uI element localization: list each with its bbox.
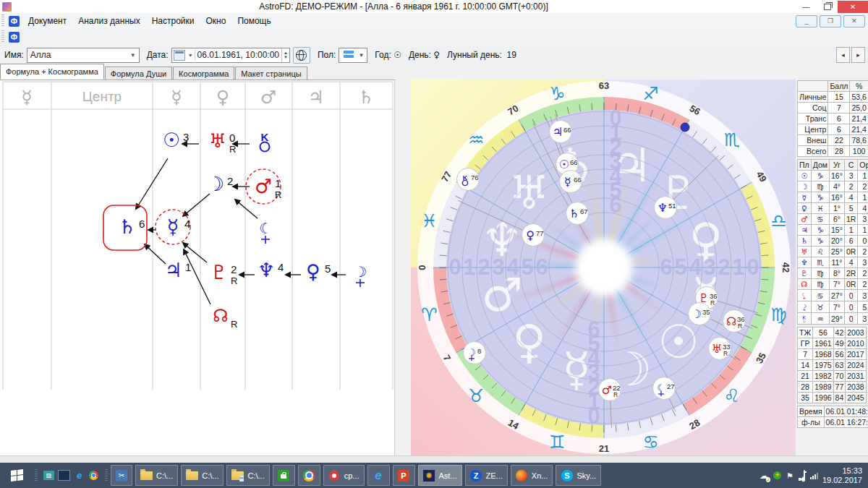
tray-flag[interactable]: ⚑: [786, 471, 793, 481]
sign-libra: ♎: [770, 210, 786, 231]
tab-Формула Души[interactable]: Формула Души: [105, 67, 172, 80]
wheel-badge-mercury[interactable]: ☿66: [560, 171, 582, 193]
tab-Космограмма[interactable]: Космограмма: [173, 67, 234, 80]
years-row: 141975632024: [798, 360, 867, 371]
child-close-button[interactable]: ✕: [843, 15, 865, 27]
score-table: Балл%Личные1553,6Соц725,0Транс621,4Центр…: [797, 80, 868, 157]
date-picker[interactable]: ▼ 06.01.1961, 10:00:00 ▲▼: [171, 48, 290, 63]
planet-table: ПлДомУгСОр☉♑16°31☽♍4°22☿♑16°41♀♓1°54♂♋6°…: [797, 159, 868, 325]
tray-power[interactable]: [804, 471, 805, 481]
taskbar-windows-store[interactable]: [273, 465, 295, 486]
taskbar-skype[interactable]: SSky...: [556, 465, 601, 486]
taskbar-label: C:\...: [156, 471, 173, 480]
menu-Документ[interactable]: Документ: [22, 14, 72, 28]
taskbar-chrome[interactable]: [298, 465, 320, 486]
next-button[interactable]: ▸: [851, 47, 865, 63]
date-spinner[interactable]: ▲▼: [281, 48, 289, 62]
lunar-day-value: 19: [507, 50, 516, 60]
location-button[interactable]: [293, 47, 310, 64]
zodiac-wheel[interactable]: ♃♄♅♆♂♀☿☽☉☿♀♇0123456012345601234560123456…: [411, 80, 796, 455]
taskbar-clock[interactable]: 15:33 19.02.2017: [822, 466, 862, 485]
wheel-badge-uranus[interactable]: ♅33R: [709, 338, 731, 360]
wheel-badge-jupiter[interactable]: ♃66: [550, 121, 572, 143]
wheel-badge-saturn[interactable]: ♄67: [566, 202, 589, 225]
quick-ie-small[interactable]: e: [74, 471, 85, 480]
tray-update[interactable]: +: [773, 471, 781, 479]
sex-combobox[interactable]: ▼: [339, 48, 367, 63]
title-bar: AstroFD: ДЕМО-РЕЖИМ - [Алла - 6 января 1…: [0, 0, 868, 14]
taskbar-label: Sky...: [576, 471, 596, 480]
taskbar-powerpoint[interactable]: P: [393, 465, 415, 486]
time-row: ф-лы06.01 16:27:59: [798, 417, 868, 428]
restore-button[interactable]: [817, 1, 838, 13]
wheel-badge-moon[interactable]: ☽35: [689, 303, 711, 325]
taskbar-snipping-tool[interactable]: ✂: [111, 465, 132, 486]
new-document-button[interactable]: Ф: [9, 32, 20, 43]
menu-bar: Ф ДокументАнализ данныхНастройкиОкноПомо…: [0, 13, 868, 30]
taskbar-folder-2[interactable]: C:\...: [181, 465, 224, 486]
close-button[interactable]: ✕: [838, 1, 868, 13]
score-header: Балл: [828, 81, 850, 92]
formula-diagram[interactable]: ☿Центр☿♀♂♃♄☉3♅0RK☽2♂1R♄6☿4☾♃1♇2R♆4♀5☽☊R: [0, 80, 394, 455]
score-row: Всего28100: [798, 146, 868, 157]
wheel-badge-node[interactable]: ☊36R: [723, 310, 746, 333]
wheel-badge-lilith[interactable]: ☾27: [653, 377, 676, 400]
planet-header: Дом: [811, 160, 829, 171]
planet-row: ☊♍7°0R2: [798, 279, 868, 290]
folder-scissors-icon: ✂: [231, 469, 244, 481]
tray-network[interactable]: [810, 472, 818, 479]
prev-button[interactable]: ◂: [836, 47, 850, 63]
toolbar-grip-2[interactable]: [1, 30, 4, 43]
years-row: ТЖ56422003: [798, 328, 867, 338]
child-restore-button[interactable]: ❐: [820, 15, 841, 27]
tab-Формула + Космограмма[interactable]: Формула + Космограмма: [0, 64, 104, 80]
svg-text:☉: ☉: [163, 129, 180, 151]
tray-onedrive[interactable]: ☁✓: [760, 471, 768, 481]
taskbar-folder-3[interactable]: ✂C:\...: [226, 465, 269, 486]
zet-icon: Z: [470, 469, 482, 481]
tab-Макет страницы[interactable]: Макет страницы: [235, 67, 307, 80]
svg-text:3: 3: [492, 254, 504, 280]
wheel-badge-selena[interactable]: ☽8: [464, 342, 486, 364]
menu-Окно[interactable]: Окно: [200, 14, 231, 28]
svg-text:0: 0: [746, 254, 759, 280]
quick-show-desktop[interactable]: ▨: [43, 471, 54, 480]
svg-text:♃: ♃: [165, 259, 182, 281]
wheel-badge-venus[interactable]: ♀77: [522, 224, 545, 247]
wheel-badge-mars[interactable]: ♂22R: [599, 379, 621, 401]
sun-icon: ☉: [801, 171, 807, 180]
quick-display[interactable]: [58, 470, 70, 481]
years-table: ТЖ56422003ГР1961492010719685620171419756…: [797, 327, 867, 403]
taskbar-astrofd[interactable]: ✹Ast...: [418, 465, 462, 486]
taskbar-internet-explorer[interactable]: e: [367, 465, 390, 486]
minimize-button[interactable]: —: [796, 1, 817, 13]
stats-sidebar: Балл%Личные1553,6Соц725,0Транс621,4Центр…: [797, 80, 867, 430]
name-combobox[interactable]: Алла ▼: [27, 48, 140, 63]
menu-Анализ данных[interactable]: Анализ данных: [72, 14, 145, 28]
taskbar-zet[interactable]: ZZE...: [465, 465, 508, 486]
child-minimize-button[interactable]: _: [796, 15, 817, 27]
sign-leo: ♌: [724, 385, 740, 406]
svg-text:☿: ☿: [21, 87, 32, 108]
taskbar-folder-1[interactable]: C:\...: [135, 465, 178, 486]
date-value[interactable]: 06.01.1961, 10:00:00: [195, 50, 281, 60]
toolbar-grip[interactable]: [1, 14, 4, 27]
menu-Помощь[interactable]: Помощь: [231, 14, 276, 28]
planet-row: ☿♑16°41: [798, 192, 868, 203]
venus-icon: ♀: [433, 50, 440, 60]
taskbar-xnview[interactable]: Xn...: [511, 465, 553, 486]
taskbar-grip-2[interactable]: [105, 469, 108, 482]
time-table: Время06.01 01:48:59ф-лы06.01 16:27:59: [797, 406, 868, 428]
wheel-badge-chiron[interactable]: K76: [457, 168, 480, 191]
taskbar-opera[interactable]: ср...: [323, 465, 365, 486]
svg-text:☾: ☾: [259, 220, 272, 237]
calendar-dropdown-icon[interactable]: ▼: [187, 53, 195, 58]
start-button[interactable]: [0, 463, 33, 488]
cosmogram-chart[interactable]: ♃♄♅♆♂♀☿☽☉☿♀♇0123456012345601234560123456…: [411, 80, 796, 455]
taskbar-grip[interactable]: [35, 469, 38, 482]
wheel-badge-neptune[interactable]: ♆51: [655, 197, 677, 219]
menu-Настройки[interactable]: Настройки: [146, 14, 200, 28]
document-icon[interactable]: Ф: [9, 16, 20, 27]
svg-text:♀: ♀: [216, 87, 229, 108]
quick-chrome-small[interactable]: [88, 471, 99, 480]
